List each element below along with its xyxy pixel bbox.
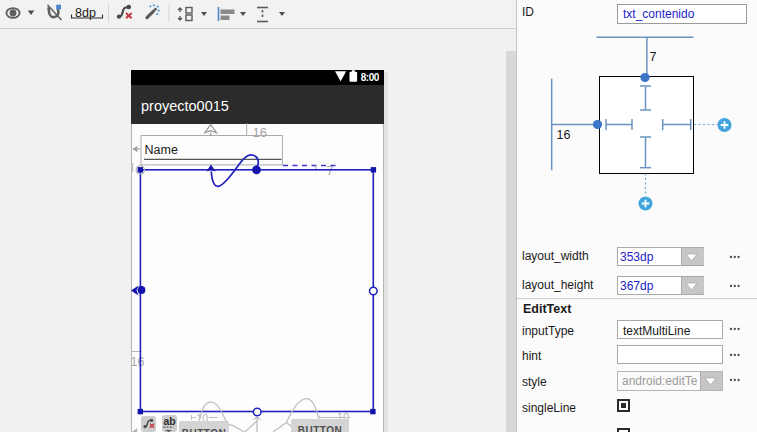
svg-text:16: 16 <box>557 128 571 142</box>
svg-text:Name: Name <box>145 143 178 157</box>
svg-text:7: 7 <box>650 50 657 64</box>
svg-text:16: 16 <box>253 125 267 140</box>
svg-text:8dp: 8dp <box>75 6 96 20</box>
svg-text:16: 16 <box>131 355 145 369</box>
svg-text:ab: ab <box>164 415 176 427</box>
